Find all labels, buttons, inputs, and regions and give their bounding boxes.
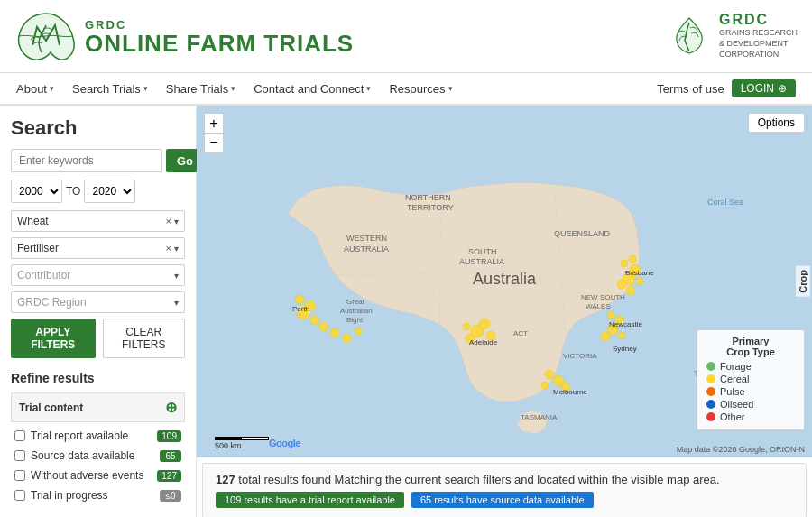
- svg-point-28: [479, 319, 490, 329]
- contact-arrow-icon: ▾: [366, 84, 371, 93]
- login-button[interactable]: LOGIN ⊕: [732, 79, 796, 97]
- trial-report-badge: 109: [157, 430, 181, 442]
- legend-other: Other: [706, 411, 795, 422]
- map-attribution: Map data ©2020 Google, ORION-N: [677, 445, 805, 454]
- matching-text: Matching the current search filters and …: [335, 473, 720, 486]
- search-title: Search: [11, 116, 185, 140]
- svg-point-49: [330, 328, 339, 337]
- svg-point-39: [618, 332, 625, 339]
- terms-of-use-link[interactable]: Terms of use: [657, 82, 724, 96]
- svg-text:Perth: Perth: [292, 305, 309, 313]
- nav-resources[interactable]: Resources ▾: [380, 75, 461, 103]
- fertiliser-filter-arrow-icon: ▾: [174, 244, 179, 254]
- region-filter[interactable]: GRDC Region ▾: [11, 291, 185, 313]
- svg-point-31: [463, 323, 470, 330]
- crop-filter-row[interactable]: Wheat × ▾: [11, 210, 185, 232]
- trial-report-checkbox[interactable]: [14, 430, 25, 441]
- pulse-dot: [706, 387, 715, 396]
- oilseed-dot: [706, 400, 715, 409]
- svg-text:Bight: Bight: [346, 316, 364, 324]
- fertiliser-filter-text: Fertiliser: [17, 242, 59, 254]
- svg-text:VICTORIA: VICTORIA: [563, 352, 597, 360]
- svg-point-25: [310, 316, 319, 325]
- total-results-count: 127: [216, 473, 235, 486]
- nav-left: About ▾ Search Trials ▾ Share Trials ▾ C…: [7, 75, 462, 103]
- cereal-dot: [706, 374, 715, 383]
- apply-filters-button[interactable]: APPLY FILTERS: [11, 319, 96, 358]
- contributor-placeholder: Contributor: [17, 269, 70, 282]
- contributor-filter[interactable]: Contributor ▾: [11, 264, 185, 286]
- map-container[interactable]: + − Options WESTERN: [197, 106, 812, 457]
- no-adverse-badge: 127: [157, 470, 181, 482]
- forage-dot: [706, 362, 715, 371]
- map-legend: PrimaryCrop Type Forage Cereal Pulse Oil…: [697, 329, 805, 430]
- google-logo: Google: [269, 438, 300, 448]
- grdc-map-icon: [14, 9, 78, 63]
- nav-contact-connect[interactable]: Contact and Connect ▾: [245, 75, 380, 103]
- nav-right: Terms of use LOGIN ⊕: [657, 79, 805, 97]
- svg-point-33: [545, 370, 554, 379]
- crop-filter-clear-icon[interactable]: ×: [166, 216, 171, 226]
- pulse-label: Pulse: [720, 386, 745, 397]
- svg-text:Adelaide: Adelaide: [469, 338, 498, 346]
- clear-filters-button[interactable]: CLEAR FILTERS: [103, 319, 186, 358]
- year-to-select[interactable]: 2020: [84, 180, 135, 203]
- svg-text:Melbourne: Melbourne: [553, 388, 587, 396]
- crop-filter-arrow-icon: ▾: [174, 217, 179, 226]
- source-data-checkbox[interactable]: [14, 450, 25, 461]
- svg-point-43: [617, 280, 626, 289]
- svg-text:Newcastle: Newcastle: [609, 320, 642, 328]
- legend-forage: Forage: [706, 361, 795, 372]
- map-scale-bar: [215, 437, 269, 440]
- in-progress-checkbox[interactable]: [14, 490, 25, 501]
- logo-area: GRDC ONLINE FARM TRIALS: [14, 9, 354, 63]
- search-input[interactable]: [11, 149, 162, 172]
- no-adverse-checkbox[interactable]: [14, 470, 25, 481]
- fertiliser-filter-row[interactable]: Fertiliser × ▾: [11, 237, 185, 259]
- grdc-right-icon: [667, 14, 712, 59]
- logo-text: GRDC ONLINE FARM TRIALS: [85, 18, 354, 55]
- source-data-badge-btn[interactable]: 65 results have source data available: [411, 492, 594, 508]
- add-trial-content-icon[interactable]: ⊕: [165, 399, 177, 416]
- logo-right: GRDC GRAINS RESEARCH & DEVELOPMENT CORPO…: [667, 12, 798, 60]
- results-badges: 109 results have a trial report availabl…: [216, 492, 793, 508]
- zoom-in-button[interactable]: +: [204, 113, 224, 133]
- logo-right-sub1: GRAINS RESEARCH: [719, 28, 798, 39]
- year-row: 2000 TO 2020: [11, 180, 185, 203]
- svg-point-47: [629, 255, 636, 263]
- svg-point-51: [355, 328, 362, 335]
- legend-pulse: Pulse: [706, 386, 795, 397]
- header: GRDC ONLINE FARM TRIALS GRDC GRAINS RESE…: [0, 0, 812, 73]
- svg-point-44: [626, 286, 635, 295]
- nav-about[interactable]: About ▾: [7, 75, 63, 103]
- svg-text:SOUTH: SOUTH: [468, 247, 497, 256]
- resources-arrow-icon: ▾: [448, 84, 453, 93]
- trial-report-badge-btn[interactable]: 109 results have a trial report availabl…: [216, 492, 404, 508]
- svg-point-50: [342, 334, 351, 343]
- region-arrow-icon: ▾: [174, 298, 179, 308]
- about-arrow-icon: ▾: [50, 84, 54, 93]
- svg-text:Australian: Australian: [340, 307, 373, 315]
- logo-main-text: ONLINE FARM TRIALS: [85, 32, 354, 55]
- logo-right-grdc-label: GRDC: [719, 12, 798, 28]
- fertiliser-filter-clear-icon[interactable]: ×: [166, 243, 171, 254]
- refine-item-no-adverse: Without adverse events 127: [11, 466, 185, 485]
- nav-search-trials[interactable]: Search Trials ▾: [63, 75, 157, 103]
- source-data-badge: 65: [160, 450, 181, 462]
- trial-report-label: Trial report available: [31, 429, 128, 442]
- map-options-button[interactable]: Options: [748, 113, 805, 133]
- nav-share-trials[interactable]: Share Trials ▾: [157, 75, 245, 103]
- year-from-select[interactable]: 2000: [11, 180, 62, 203]
- svg-point-45: [636, 278, 643, 285]
- sidebar: Search Go 2000 TO 2020 Wheat × ▾ Fertili…: [0, 106, 197, 517]
- svg-text:NEW SOUTH: NEW SOUTH: [581, 293, 625, 301]
- zoom-out-button[interactable]: −: [204, 133, 224, 152]
- results-main-text: 127 total results found Matching the cur…: [216, 473, 793, 486]
- no-adverse-label: Without adverse events: [31, 469, 143, 482]
- filter-btn-row: APPLY FILTERS CLEAR FILTERS: [11, 319, 185, 358]
- logo-right-sub3: CORPORATION: [719, 50, 798, 60]
- svg-point-38: [601, 332, 610, 341]
- svg-text:ACT: ACT: [513, 329, 528, 337]
- oilseed-label: Oilseed: [720, 399, 753, 410]
- logo-right-text-block: GRDC GRAINS RESEARCH & DEVELOPMENT CORPO…: [719, 12, 798, 60]
